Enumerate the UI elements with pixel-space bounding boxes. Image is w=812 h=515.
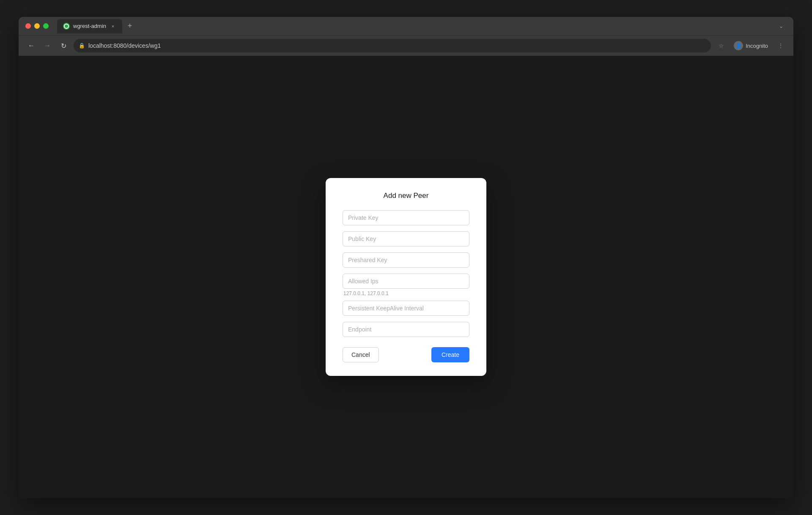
page-content: Add new Peer 127.0.0.1, 127.0.0.1 (19, 56, 793, 498)
browser-tab[interactable]: wgrest-admin × (57, 19, 122, 33)
browser-menu-button[interactable]: ⋮ (775, 40, 787, 52)
close-window-button[interactable] (25, 23, 31, 29)
nav-bar: ← → ↻ 🔒 localhost:8080/devices/wg1 ☆ 👤 I… (19, 36, 793, 56)
modal-backdrop: Add new Peer 127.0.0.1, 127.0.0.1 (19, 56, 793, 498)
endpoint-input[interactable] (343, 322, 469, 337)
endpoint-group (343, 322, 469, 337)
reload-button[interactable]: ↻ (58, 40, 69, 52)
preshared-key-group (343, 252, 469, 268)
address-bar[interactable]: 🔒 localhost:8080/devices/wg1 (74, 39, 711, 52)
private-key-input[interactable] (343, 210, 469, 225)
incognito-button[interactable]: 👤 Incognito (730, 39, 771, 52)
back-button[interactable]: ← (25, 40, 37, 52)
keepalive-input[interactable] (343, 301, 469, 316)
tab-bar: wgrest-admin × + ⌄ (57, 19, 787, 33)
modal-actions: Cancel Create (343, 347, 469, 362)
browser-window: wgrest-admin × + ⌄ ← → ↻ 🔒 localhost:808… (19, 17, 793, 498)
keepalive-group (343, 301, 469, 316)
tab-title: wgrest-admin (73, 23, 106, 29)
title-bar: wgrest-admin × + ⌄ (19, 17, 793, 36)
modal-title: Add new Peer (343, 192, 469, 200)
allowed-ips-hint: 127.0.0.1, 127.0.0.1 (343, 290, 469, 296)
tab-menu-button[interactable]: ⌄ (776, 22, 787, 31)
allowed-ips-input[interactable] (343, 274, 469, 289)
url-text: localhost:8080/devices/wg1 (88, 42, 161, 49)
traffic-lights (25, 23, 49, 29)
public-key-group (343, 231, 469, 247)
private-key-group (343, 210, 469, 225)
cancel-button[interactable]: Cancel (343, 347, 379, 362)
new-tab-button[interactable]: + (124, 20, 136, 32)
tab-favicon-icon (63, 23, 70, 30)
nav-actions: ☆ 👤 Incognito ⋮ (715, 39, 787, 52)
forward-button[interactable]: → (41, 40, 53, 52)
tab-close-button[interactable]: × (110, 23, 116, 30)
add-peer-modal: Add new Peer 127.0.0.1, 127.0.0.1 (326, 178, 486, 376)
incognito-icon: 👤 (734, 41, 743, 50)
public-key-input[interactable] (343, 231, 469, 247)
allowed-ips-group (343, 274, 469, 289)
create-button[interactable]: Create (431, 347, 469, 362)
lock-icon: 🔒 (79, 43, 85, 49)
preshared-key-input[interactable] (343, 252, 469, 268)
bookmark-button[interactable]: ☆ (715, 40, 727, 52)
minimize-window-button[interactable] (34, 23, 40, 29)
maximize-window-button[interactable] (43, 23, 49, 29)
incognito-label: Incognito (746, 43, 768, 49)
